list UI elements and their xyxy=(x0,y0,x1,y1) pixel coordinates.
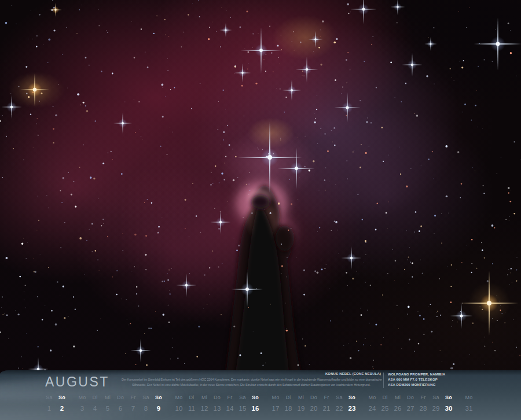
date-number: 4 xyxy=(89,405,101,412)
date-number: 26 xyxy=(391,405,404,412)
weekday-label: Di xyxy=(379,395,391,403)
weekday-label: So xyxy=(346,395,358,403)
weekday-label: Fr xyxy=(223,395,236,403)
date-number: 6 xyxy=(114,405,127,412)
weekday-label: So xyxy=(249,395,262,403)
calendar-week-group: Mo17Di18Mi19Do20Fr21Sa22So23 xyxy=(269,395,358,412)
photo-title: KONUS-NEBEL (CONE NEBULA) xyxy=(122,372,381,375)
calendar-cell: Do20 xyxy=(307,395,320,412)
weekday-label: Sa xyxy=(140,395,152,403)
weekday-label: Fr xyxy=(127,395,140,403)
star-field xyxy=(0,0,521,375)
calendar-cell: Sa22 xyxy=(333,395,346,412)
date-number: 31 xyxy=(463,405,475,412)
date-number: 8 xyxy=(140,405,152,412)
calendar-cell: Sa8 xyxy=(140,395,152,412)
calendar-cell: Mi12 xyxy=(198,395,211,412)
weekday-label: Di xyxy=(185,395,198,403)
date-number: 20 xyxy=(307,405,320,412)
date-number: 16 xyxy=(249,405,262,412)
calendar-cell: Mo31 xyxy=(463,395,475,412)
weekday-label: Do xyxy=(114,395,127,403)
date-number: 27 xyxy=(404,405,417,412)
weekday-label: Sa xyxy=(430,395,442,403)
calendar-cell: Di25 xyxy=(379,395,391,412)
date-number: 17 xyxy=(269,405,282,412)
date-number: 21 xyxy=(320,405,333,412)
date-number: 11 xyxy=(185,405,198,412)
weekday-label: So xyxy=(152,395,165,403)
calendar-cell: Do27 xyxy=(404,395,417,412)
date-number: 14 xyxy=(223,405,236,412)
weekday-label: Sa xyxy=(236,395,249,403)
weekday-label: Mo xyxy=(366,395,379,403)
calendar-cell: Fr28 xyxy=(417,395,430,412)
date-number: 30 xyxy=(442,405,455,412)
calendar-cell: Do13 xyxy=(211,395,223,412)
weekday-label: Mo xyxy=(76,395,89,403)
date-number: 15 xyxy=(236,405,249,412)
calendar-cell: Mi19 xyxy=(295,395,307,412)
weekday-label: Fr xyxy=(320,395,333,403)
calendar-cell: Sa15 xyxy=(236,395,249,412)
weekday-label: Mi xyxy=(101,395,114,403)
calendar-week-group: Mo31 xyxy=(463,395,475,412)
calendar-cell: Di11 xyxy=(185,395,198,412)
photo-description-line-1: Der Konusnebel im Sternbild Einhorn ist … xyxy=(122,377,381,382)
calendar-cell: Sa1 xyxy=(43,395,56,412)
weekday-label: Sa xyxy=(43,395,56,403)
calendar-cell: Mo24 xyxy=(366,395,379,412)
calendar-cell: Sa29 xyxy=(430,395,442,412)
calendar-cell: Fr21 xyxy=(320,395,333,412)
weekday-label: So xyxy=(56,395,68,403)
calendar-cell: Di18 xyxy=(282,395,295,412)
telescope-credit: ASA 600 MM F7.0 TELESKOP xyxy=(388,377,445,382)
mount-credit: ASA DDM200 MONTIERUNG xyxy=(388,382,445,388)
weekday-label: Mi xyxy=(198,395,211,403)
nebula-photo xyxy=(0,0,521,375)
calendar-cell: Mo10 xyxy=(173,395,185,412)
date-number: 23 xyxy=(346,405,358,412)
calendar-page: AUGUST KONUS-NEBEL (CONE NEBULA) Der Kon… xyxy=(0,0,521,420)
calendar-cell: Mo3 xyxy=(76,395,89,412)
date-number: 9 xyxy=(152,405,165,412)
date-number: 28 xyxy=(417,405,430,412)
weekday-label: Mo xyxy=(173,395,185,403)
weekday-label: Fr xyxy=(417,395,430,403)
weekday-label: So xyxy=(442,395,455,403)
weekday-label: Di xyxy=(282,395,295,403)
calendar-cell: So9 xyxy=(152,395,165,412)
calendar-week-group: Sa1So2 xyxy=(43,395,68,412)
date-number: 10 xyxy=(173,405,185,412)
date-number: 19 xyxy=(295,405,307,412)
photo-caption: KONUS-NEBEL (CONE NEBULA) Der Konusnebel… xyxy=(122,372,381,388)
date-number: 3 xyxy=(76,405,89,412)
weekday-label: Mi xyxy=(295,395,307,403)
weekday-label: Mi xyxy=(391,395,404,403)
date-number: 7 xyxy=(127,405,140,412)
photo-description-line-2: Silhouette. Der Nebel ist eine dichte Mo… xyxy=(122,382,381,388)
calendar-cell: So30 xyxy=(442,395,455,412)
weekday-label: Mo xyxy=(269,395,282,403)
calendar-cell: Mi26 xyxy=(391,395,404,412)
date-number: 22 xyxy=(333,405,346,412)
weekday-label: Di xyxy=(89,395,101,403)
weekday-label: Do xyxy=(211,395,223,403)
calendar-week-group: Mo3Di4Mi5Do6Fr7Sa8So9 xyxy=(76,395,165,412)
photographer-credit: WOLFGANG PROMPER, NAMIBIA xyxy=(388,372,445,377)
date-number: 29 xyxy=(430,405,442,412)
calendar-cell: So2 xyxy=(56,395,68,412)
date-number: 1 xyxy=(43,405,56,412)
date-number: 18 xyxy=(282,405,295,412)
calendar-cell: Fr7 xyxy=(127,395,140,412)
weekday-label: Mo xyxy=(463,395,475,403)
calendar-cell: Do6 xyxy=(114,395,127,412)
calendar-cell: Fr14 xyxy=(223,395,236,412)
weekday-label: Do xyxy=(404,395,417,403)
date-number: 24 xyxy=(366,405,379,412)
credits-divider xyxy=(383,373,384,388)
weekday-label: Sa xyxy=(333,395,346,403)
calendar-cell: Mo17 xyxy=(269,395,282,412)
calendar-week-group: Mo10Di11Mi12Do13Fr14Sa15So16 xyxy=(173,395,262,412)
calendar-row: Sa1So2Mo3Di4Mi5Do6Fr7Sa8So9Mo10Di11Mi12D… xyxy=(43,395,475,412)
